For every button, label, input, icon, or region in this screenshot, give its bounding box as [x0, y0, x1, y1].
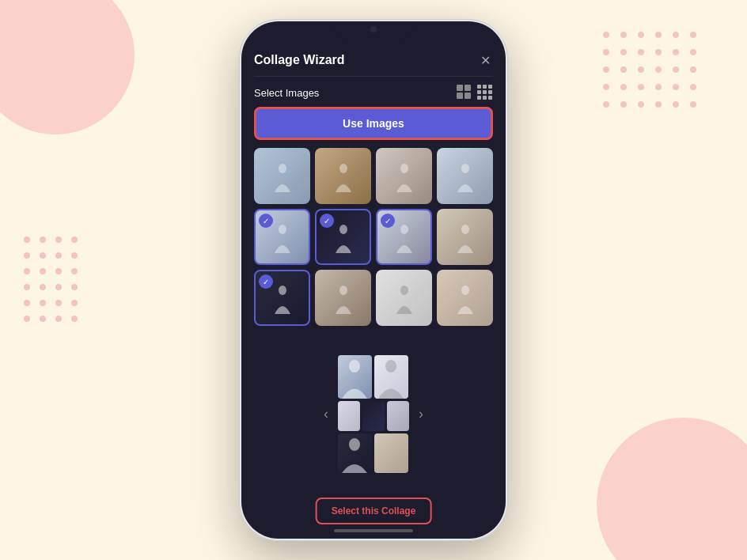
- bg-decoration-tl: [0, 0, 135, 134]
- dots-decoration-ml: [24, 236, 79, 324]
- image-thumb-2[interactable]: [315, 148, 371, 204]
- image-thumb-12[interactable]: [437, 270, 493, 326]
- image-thumb-5[interactable]: ✓: [254, 209, 310, 265]
- image-thumb-4[interactable]: [437, 148, 493, 204]
- collage-preview: [338, 355, 409, 473]
- svg-point-11: [461, 286, 469, 295]
- svg-point-4: [279, 225, 286, 234]
- image-thumb-11[interactable]: [376, 270, 432, 326]
- select-collage-button[interactable]: Select this Collage: [316, 498, 432, 524]
- image-thumb-3[interactable]: [376, 148, 432, 204]
- svg-point-12: [349, 360, 360, 373]
- svg-point-7: [461, 225, 469, 234]
- collage-row-2: [338, 401, 409, 431]
- collage-row-3: [338, 433, 409, 473]
- image-thumb-8[interactable]: [437, 209, 493, 265]
- collage-cell-6: [338, 433, 372, 473]
- svg-point-6: [400, 225, 408, 234]
- check-badge-7: ✓: [381, 214, 395, 228]
- check-badge-5: ✓: [259, 214, 273, 228]
- close-button[interactable]: ✕: [477, 52, 493, 68]
- svg-point-5: [339, 225, 347, 234]
- carousel-next-button[interactable]: ›: [415, 403, 427, 426]
- grid-2x2-icon[interactable]: [457, 85, 472, 100]
- dots-decoration-tr: [603, 32, 700, 111]
- svg-point-1: [339, 164, 347, 173]
- modal-title: Collage Wizard: [254, 53, 345, 67]
- svg-point-0: [279, 164, 286, 173]
- grid-3x3-icon[interactable]: [477, 85, 493, 100]
- modal-content: Collage Wizard ✕ Select Images: [241, 41, 506, 539]
- svg-point-8: [279, 286, 286, 295]
- phone-screen: Collage Wizard ✕ Select Images: [241, 21, 506, 539]
- image-thumb-10[interactable]: [315, 270, 371, 326]
- collage-cell-2: [374, 355, 408, 399]
- phone-home-bar: [334, 529, 413, 532]
- svg-point-3: [461, 164, 469, 173]
- carousel-prev-button[interactable]: ‹: [320, 403, 332, 426]
- use-images-button[interactable]: Use Images: [254, 107, 493, 140]
- svg-point-10: [400, 286, 408, 295]
- image-grid: ✓ ✓: [254, 148, 493, 326]
- svg-point-13: [385, 360, 396, 373]
- image-thumb-7[interactable]: ✓: [376, 209, 432, 265]
- phone-notch: [334, 21, 413, 39]
- check-badge-9: ✓: [259, 274, 273, 289]
- modal-header: Collage Wizard ✕: [254, 41, 493, 77]
- svg-point-2: [400, 164, 408, 173]
- collage-cell-4: [362, 401, 385, 431]
- phone-frame: Collage Wizard ✕ Select Images: [239, 19, 508, 541]
- image-thumb-1[interactable]: [254, 148, 310, 204]
- collage-cell-5: [387, 401, 409, 431]
- collage-carousel: ‹: [254, 337, 493, 491]
- collage-cell-7: [374, 433, 408, 473]
- view-toggle-icons: [457, 85, 493, 100]
- collage-row-1: [338, 355, 409, 399]
- bg-decoration-br: [597, 418, 747, 560]
- select-images-label: Select Images: [254, 87, 319, 99]
- select-images-row: Select Images: [254, 77, 493, 107]
- svg-point-9: [339, 286, 347, 295]
- check-badge-6: ✓: [320, 214, 334, 228]
- svg-point-14: [349, 438, 360, 451]
- collage-cell-3: [338, 401, 360, 431]
- collage-cell-1: [338, 355, 372, 399]
- image-thumb-6[interactable]: ✓: [315, 209, 371, 265]
- image-thumb-9[interactable]: ✓: [254, 270, 310, 326]
